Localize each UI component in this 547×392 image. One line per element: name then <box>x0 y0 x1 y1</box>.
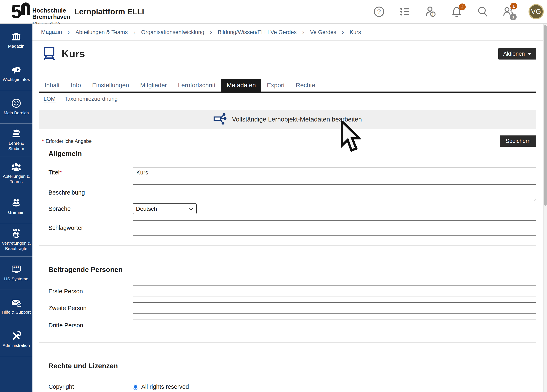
main-panel: Kurs Aktionen Inhalt Info Einstellungen … <box>33 46 547 390</box>
tools-icon <box>11 331 21 341</box>
sidebar-item-label: Abteilungen & Teams <box>1 174 31 184</box>
tab-rechte[interactable]: Rechte <box>290 79 321 92</box>
vertical-scrollbar <box>543 24 547 392</box>
contacts-badge-top: 1 <box>510 3 517 9</box>
envelope-question-icon: ? <box>11 298 21 307</box>
required-note: *Erforderliche Angabe <box>42 138 92 144</box>
search-icon[interactable] <box>477 6 488 17</box>
sidebar-item-wichtige-infos[interactable]: Wichtige Infos <box>0 57 33 90</box>
share-nodes-icon <box>213 112 227 127</box>
header-icon-bar: ? ! 2 <box>373 0 544 23</box>
caret-down-icon <box>528 53 531 55</box>
sidebar-item-label: HS-Systeme <box>4 276 28 281</box>
breadcrumb-item[interactable]: Abteilungen & Teams <box>62 29 128 35</box>
save-button[interactable]: Speichern <box>500 135 536 147</box>
logo-name-line2: Bremerhaven <box>32 14 70 20</box>
svg-text:***: *** <box>13 265 20 271</box>
app-title: Lernplattform ELLI <box>74 0 144 23</box>
scrollbar-thumb[interactable] <box>544 25 547 206</box>
sprache-select[interactable]: Deutsch <box>133 203 197 214</box>
form-row-zweite-person: Zweite Person <box>39 302 536 314</box>
form-row-schlagwoerter: Schlagwörter <box>39 220 536 236</box>
contacts-badge-bottom: 1 <box>510 14 517 20</box>
section-heading-rechte: Rechte und Lizenzen <box>48 362 536 370</box>
erste-person-input[interactable] <box>133 285 536 297</box>
breadcrumb-item[interactable]: Ve Gerdes <box>297 29 336 35</box>
breadcrumb-item[interactable]: Bildung/Wissen/ELLI Ve Gerdes <box>204 29 297 35</box>
tab-export[interactable]: Export <box>261 79 290 92</box>
notifications-badge: 2 <box>459 3 466 10</box>
beschreibung-label: Beschreibung <box>48 189 133 196</box>
page-title: Kurs <box>62 48 85 60</box>
breadcrumb-item[interactable]: Magazin <box>41 29 62 35</box>
actions-button-label: Aktionen <box>503 51 525 57</box>
sprache-select-wrap: Deutsch <box>133 203 197 214</box>
copyright-label: Copyright <box>48 383 133 390</box>
contacts-icon[interactable]: 1 1 <box>503 6 514 17</box>
zweite-person-input[interactable] <box>133 302 536 314</box>
dritte-person-input[interactable] <box>133 319 536 331</box>
svg-text:?: ? <box>377 8 381 15</box>
sidebar-item-lehre-studium[interactable]: Lehre & Studium <box>0 123 33 157</box>
breadcrumb-item-current: Kurs <box>336 29 361 35</box>
sidebar-item-gremien[interactable]: Gremien <box>0 190 33 223</box>
svg-text:!: ! <box>432 12 433 16</box>
logo-arch-zero-icon <box>21 2 30 15</box>
sprache-label: Sprache <box>48 205 133 212</box>
awareness-user-status-icon[interactable]: ! <box>425 6 437 17</box>
user-avatar[interactable]: VG <box>528 4 544 19</box>
edit-full-metadata-label: Vollständige Lernobjekt-Metadaten bearbe… <box>232 116 362 123</box>
sidebar-item-label: Lehre & Studium <box>1 141 31 151</box>
tab-info[interactable]: Info <box>65 79 86 92</box>
sidebar-item-label: Administration <box>2 343 30 348</box>
help-icon[interactable]: ? <box>373 6 385 17</box>
copyright-all-rights-radio[interactable] <box>133 384 138 390</box>
schlagwoerter-input[interactable] <box>133 220 536 236</box>
notifications-bell-icon[interactable]: 2 <box>451 6 462 17</box>
tab-lernfortschritt[interactable]: Lernfortschritt <box>172 79 221 92</box>
subtab-bar: LOM Taxonomiezuordnung <box>39 96 536 102</box>
tab-einstellungen[interactable]: Einstellungen <box>86 79 135 92</box>
schlagwoerter-label: Schlagwörter <box>48 224 133 231</box>
tab-inhalt[interactable]: Inhalt <box>39 79 65 92</box>
form-row-beschreibung: Beschreibung <box>39 184 536 201</box>
form-row-dritte-person: Dritte Person <box>39 319 536 331</box>
list-menu-icon[interactable] <box>399 6 411 17</box>
titel-input[interactable] <box>133 167 536 178</box>
form-row-erste-person: Erste Person <box>39 285 536 297</box>
logo-years: 1975 – 2025 <box>32 21 70 25</box>
sidebar-item-abteilungen-teams[interactable]: Abteilungen & Teams <box>0 157 33 190</box>
actions-button[interactable]: Aktionen <box>498 48 536 60</box>
tab-mitglieder[interactable]: Mitglieder <box>135 79 172 92</box>
section-divider <box>39 342 536 343</box>
tab-metadaten[interactable]: Metadaten <box>221 79 261 92</box>
required-asterisk: * <box>42 138 44 144</box>
smiley-face-icon <box>11 98 21 108</box>
edit-full-metadata-link[interactable]: Vollständige Lernobjekt-Metadaten bearbe… <box>39 110 536 129</box>
subtab-lom[interactable]: LOM <box>43 96 56 102</box>
required-note-text: Erforderliche Angabe <box>46 138 92 144</box>
erste-person-label: Erste Person <box>48 288 133 295</box>
sidebar-item-mein-bereich[interactable]: Mein Bereich <box>0 90 33 123</box>
section-divider <box>39 245 536 246</box>
sidebar-item-label: Vertretungen & Beauftragte <box>1 241 31 251</box>
titel-label: Titel* <box>48 169 133 176</box>
books-graduation-icon <box>11 129 21 139</box>
zweite-person-label: Zweite Person <box>48 305 133 311</box>
content-area: Magazin Abteilungen & Teams Organisation… <box>33 24 547 392</box>
people-group-icon <box>11 162 21 172</box>
dritte-person-label: Dritte Person <box>48 322 133 329</box>
sidebar-item-hs-systeme[interactable]: *** HS-Systeme <box>0 257 33 290</box>
logo-number: 5 <box>11 2 21 21</box>
subtab-taxonomiezuordnung[interactable]: Taxonomiezuordnung <box>65 96 118 102</box>
sidebar-item-vertretungen-beauftragte[interactable]: Vertretungen & Beauftragte <box>0 223 33 257</box>
sidebar-item-magazin[interactable]: Magazin <box>0 24 33 57</box>
breadcrumb-item[interactable]: Organisationsentwicklung <box>128 29 204 35</box>
form-row-sprache: Sprache Deutsch <box>39 203 536 214</box>
globe-people-icon <box>11 229 21 238</box>
beschreibung-textarea[interactable] <box>133 184 536 201</box>
megaphone-icon <box>11 65 21 75</box>
page-title-row: Kurs Aktionen <box>39 46 536 61</box>
sidebar-item-hilfe-support[interactable]: ? Hilfe & Support <box>0 290 33 323</box>
sidebar-item-administration[interactable]: Administration <box>0 323 33 356</box>
